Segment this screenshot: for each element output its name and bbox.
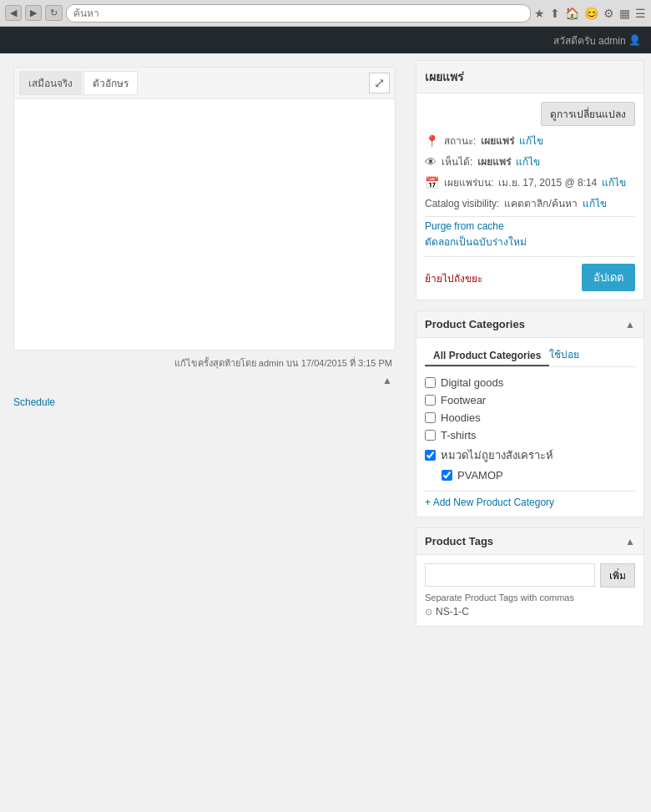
list-item: T-shirts [425,426,635,444]
tags-hint: Separate Product Tags with commas [425,593,635,603]
draft-link[interactable]: ตัดลอกเป็นฉบับร่างใหม่ [425,234,635,250]
category-label-main: หมวดไม่ถูยางสังเคราะห์ [441,446,553,464]
visibility-row: 👁 เห็นได้: เผยแพร่ แก้ไข [425,154,635,169]
catalog-row: Catalog visibility: แคตตาลิก/ค้นหา แก้ไข [425,195,635,211]
tab-frequent-categories[interactable]: ใช้บ่อย [549,346,579,366]
tags-input-row: เพิ่ม [425,563,635,588]
browser-bar: ◀ ▶ ↻ ★ ⬆ 🏠 😊 ⚙ ▦ ☰ [0,0,651,27]
category-list: Digital goods Footwear Hoodies T-shirts [425,374,635,484]
address-bar[interactable] [66,4,531,23]
status-row: 📍 สถานะ: เผยแพร่ แก้ไข [425,133,635,149]
catalog-label: Catalog visibility: [425,198,499,209]
star-icon[interactable]: ★ [534,7,545,20]
visibility-value: เผยแพร่ [477,154,511,169]
category-label-tshirts: T-shirts [441,429,477,441]
list-item: Digital goods [425,374,635,391]
product-categories-title: Product Categories [425,318,525,330]
tab-all-categories[interactable]: All Product Categories [425,346,549,366]
visibility-label: เห็นได้: [442,154,472,169]
last-modified-text: แก้ไขครั้งสุดท้ายโดย admin บน 17/04/2015… [13,356,396,371]
right-sidebar: เผยแพร่ ดูการเปลี่ยนแปลง 📍 สถานะ: เผยแพร… [409,53,651,812]
category-label-pvamop: PVAMOP [457,469,503,482]
publish-actions-row: ย้ายไปถังขยะ อัปเดต [425,256,635,291]
category-label-footwear: Footwear [441,394,486,406]
refresh-button[interactable]: ↻ [45,5,63,21]
category-tabs: All Product Categories ใช้บ่อย [425,346,635,367]
date-row: 📅 เผยแพร่บน: เม.ย. 17, 2015 @ 8:14 แก้ไข [425,174,635,190]
menu-icon[interactable]: ☰ [635,7,646,20]
product-categories-box: Product Categories ▲ All Product Categor… [416,310,644,517]
visibility-edit-link[interactable]: แก้ไข [516,154,540,169]
back-button[interactable]: ◀ [5,5,22,21]
trash-link[interactable]: ย้ายไปถังขยะ [425,270,482,286]
categories-collapse-icon[interactable]: ▲ [625,319,635,330]
editor-toolbar: เสมือนจริง ตัวอักษร ⤢ [14,68,395,99]
list-item: Hoodies [425,409,635,426]
category-checkbox-main[interactable] [425,450,436,461]
admin-greeting: สวัสดีครับ admin [553,33,626,48]
product-tags-box: Product Tags ▲ เพิ่ม Separate Product Ta… [416,527,644,627]
product-categories-header: Product Categories ▲ [416,311,643,338]
date-value: เม.ย. 17, 2015 @ 8:14 [498,174,597,190]
editor-area: เสมือนจริง ตัวอักษร ⤢ [13,67,396,351]
editor-tabs: เสมือนจริง ตัวอักษร [19,71,138,95]
product-tags-header: Product Tags ▲ [416,528,643,555]
pin-icon: 📍 [425,134,439,148]
catalog-edit-link[interactable]: แก้ไข [583,195,607,211]
list-item: หมวดไม่ถูยางสังเคราะห์ [425,444,635,467]
view-changes-button[interactable]: ดูการเปลี่ยนแปลง [541,102,635,126]
category-checkbox-digital[interactable] [425,377,436,388]
add-category-link[interactable]: + Add New Product Category [425,491,635,508]
tag-label-ns1c: NS-1-C [436,606,469,618]
status-edit-link[interactable]: แก้ไข [519,133,543,149]
tag-item: ⊙ NS-1-C [425,606,635,618]
home-icon[interactable]: 🏠 [565,7,579,20]
purge-link[interactable]: Purge from cache [425,220,635,232]
editor-content[interactable] [14,99,395,333]
expand-editor-button[interactable]: ⤢ [369,73,390,93]
emoji-icon[interactable]: 😊 [584,7,598,20]
update-button[interactable]: อัปเดต [582,264,635,291]
grid-icon[interactable]: ▦ [619,7,630,20]
eye-icon: 👁 [425,155,437,169]
upload-icon[interactable]: ⬆ [550,7,560,20]
tab-text[interactable]: ตัวอักษร [83,71,138,95]
tab-visual[interactable]: เสมือนจริง [19,71,82,95]
settings-icon[interactable]: ⚙ [603,7,614,20]
calendar-icon: 📅 [425,176,439,189]
browser-icons: ★ ⬆ 🏠 😊 ⚙ ▦ ☰ [534,7,646,20]
category-checkbox-footwear[interactable] [425,395,436,406]
list-item: PVAMOP [425,467,635,484]
category-label-digital: Digital goods [441,376,503,389]
product-categories-content: All Product Categories ใช้บ่อย Digital g… [416,338,643,517]
tags-input[interactable] [425,563,595,587]
tag-icon: ⊙ [425,607,432,618]
category-checkbox-pvamop[interactable] [442,470,452,481]
catalog-value: แคตตาลิก/ค้นหา [504,195,577,211]
publish-box: เผยแพร่ ดูการเปลี่ยนแปลง 📍 สถานะ: เผยแพร… [416,60,644,300]
product-tags-content: เพิ่ม Separate Product Tags with commas … [416,555,643,626]
category-checkbox-hoodies[interactable] [425,412,436,423]
publish-title: เผยแพร่ [416,61,643,93]
status-label: สถานะ: [444,133,476,149]
category-label-hoodies: Hoodies [441,411,481,424]
status-value: เผยแพร่ [481,133,514,149]
date-edit-link[interactable]: แก้ไข [602,174,626,190]
up-arrow-icon: ▲ [382,375,392,386]
wp-admin-bar: สวัสดีครับ admin 👤 [0,27,651,53]
category-checkbox-tshirts[interactable] [425,430,436,441]
add-tag-button[interactable]: เพิ่ม [600,563,635,588]
date-label: เผยแพร่บน: [444,174,493,190]
schedule-link[interactable]: Schedule [13,396,396,408]
product-tags-title: Product Tags [425,535,493,547]
left-panel: เสมือนจริง ตัวอักษร ⤢ แก้ไขครั้งสุดท้ายโ… [0,53,409,812]
main-layout: เสมือนจริง ตัวอักษร ⤢ แก้ไขครั้งสุดท้ายโ… [0,53,651,812]
tags-collapse-icon[interactable]: ▲ [625,536,635,547]
publish-content: ดูการเปลี่ยนแปลง 📍 สถานะ: เผยแพร่ แก้ไข … [416,93,643,300]
forward-button[interactable]: ▶ [25,5,42,21]
collapse-arrow[interactable]: ▲ [13,371,396,390]
list-item: Footwear [425,391,635,409]
